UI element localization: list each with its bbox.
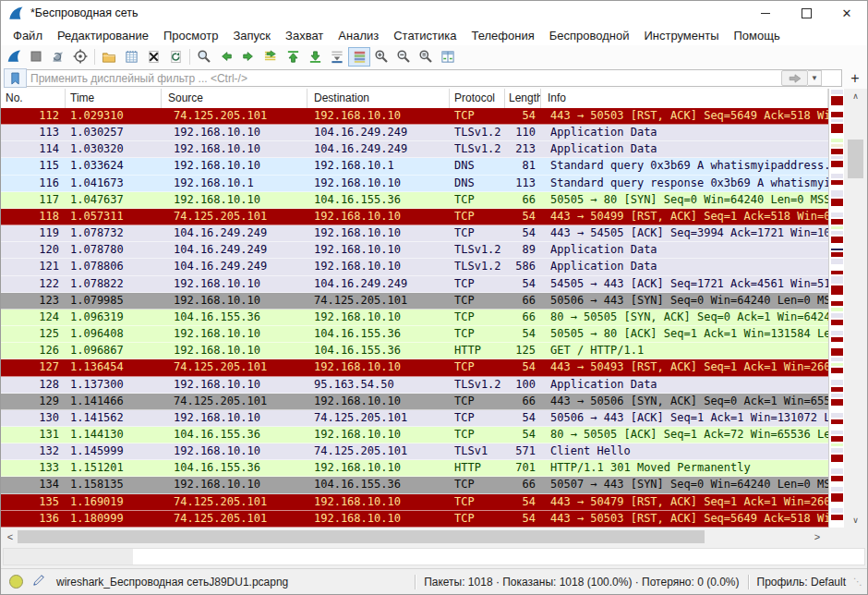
menu-item-7[interactable]: Телефония	[464, 27, 541, 44]
zoom-out-icon[interactable]	[392, 47, 415, 67]
reload-file-icon[interactable]	[164, 47, 187, 67]
auto-scroll-icon[interactable]	[326, 47, 348, 67]
display-filter-input[interactable]	[27, 69, 842, 87]
packet-row[interactable]: 1221.078822192.168.10.10104.16.249.249TC…	[1, 276, 828, 293]
packet-row[interactable]: 1351.16901974.125.205.101192.168.10.10TC…	[1, 494, 828, 511]
menu-item-4[interactable]: Захват	[278, 27, 331, 44]
save-file-icon[interactable]	[120, 47, 142, 67]
find-packet-icon[interactable]	[193, 47, 215, 67]
packet-row[interactable]: 1301.141562192.168.10.1074.125.205.101TC…	[1, 410, 828, 427]
packet-row[interactable]: 1361.18099974.125.205.101192.168.10.10TC…	[1, 511, 828, 528]
packet-row[interactable]: 1321.145999192.168.10.1074.125.205.101TL…	[1, 443, 828, 460]
packet-row[interactable]: 1341.158135192.168.10.10104.16.155.36TCP…	[1, 477, 828, 493]
apply-filter-icon[interactable]	[781, 70, 808, 86]
packet-dst: 192.168.10.10	[307, 494, 450, 510]
minimize-button[interactable]	[745, 1, 786, 25]
menu-item-1[interactable]: Редактирование	[50, 27, 156, 44]
add-filter-button[interactable]: +	[846, 69, 864, 87]
zoom-in-icon[interactable]	[370, 47, 392, 67]
menu-item-2[interactable]: Просмотр	[156, 27, 225, 44]
column-header-time[interactable]: Time	[66, 89, 162, 108]
menu-item-0[interactable]: Файл	[6, 27, 50, 44]
packet-row[interactable]: 1251.096408192.168.10.10104.16.155.36TCP…	[1, 326, 828, 343]
capture-comment-icon[interactable]	[32, 574, 45, 589]
filter-dropdown-caret-icon[interactable]: ▼	[808, 70, 822, 86]
menu-item-6[interactable]: Статистика	[386, 27, 464, 44]
close-button[interactable]: ✕	[826, 1, 867, 25]
menu-item-3[interactable]: Запуск	[225, 27, 278, 44]
close-file-icon[interactable]	[142, 47, 164, 67]
packet-dst: 95.163.54.50	[307, 377, 450, 393]
packet-src: 74.125.205.101	[162, 511, 307, 527]
packet-row[interactable]: 1121.02931074.125.205.101192.168.10.10TC…	[1, 108, 828, 125]
go-last-icon[interactable]	[304, 47, 326, 67]
packet-row[interactable]: 1171.047637192.168.10.10104.16.155.36TCP…	[1, 192, 828, 209]
restart-capture-icon[interactable]	[47, 47, 69, 67]
title-bar: *Беспроводная сеть ✕	[1, 1, 867, 25]
packet-row[interactable]: 1191.078732104.16.249.249192.168.10.10TC…	[1, 225, 828, 242]
packet-no: 119	[1, 225, 66, 241]
go-to-packet-icon[interactable]	[259, 47, 282, 67]
packet-len: 54	[505, 511, 541, 527]
column-header-len[interactable]: Length	[505, 89, 541, 108]
packet-row[interactable]: 1271.13645474.125.205.101192.168.10.10TC…	[1, 359, 828, 376]
column-header-info[interactable]: Info	[541, 89, 828, 108]
stop-capture-icon[interactable]	[25, 47, 47, 67]
packet-row[interactable]: 1241.096319104.16.155.36192.168.10.10TCP…	[1, 310, 828, 326]
start-capture-icon[interactable]	[3, 47, 25, 67]
packet-dst: 192.168.10.10	[307, 209, 450, 225]
go-first-icon[interactable]	[282, 47, 304, 67]
horizontal-scrollbar-thumb[interactable]	[18, 530, 705, 543]
packet-no: 112	[1, 108, 66, 124]
packet-row[interactable]: 1211.078806104.16.249.249192.168.10.10TL…	[1, 259, 828, 275]
column-header-src[interactable]: Source	[162, 89, 307, 108]
packet-time: 1.096867	[66, 343, 162, 358]
packet-proto: TLSv1.2	[450, 141, 505, 157]
packet-row[interactable]: 1201.078780104.16.249.249192.168.10.10TL…	[1, 242, 828, 259]
maximize-button[interactable]	[786, 1, 826, 25]
packet-dst: 192.168.10.10	[307, 259, 450, 274]
packet-dst: 74.125.205.101	[307, 410, 450, 426]
column-header-dst[interactable]: Destination	[307, 89, 450, 108]
resize-grip[interactable]: ⋱	[853, 577, 862, 587]
vertical-scrollbar-thumb[interactable]	[848, 140, 863, 178]
go-forward-icon[interactable]	[237, 47, 259, 67]
packet-row[interactable]: 1291.14146674.125.205.101192.168.10.10TC…	[1, 394, 828, 410]
packet-src: 192.168.10.10	[162, 125, 307, 140]
packet-minimap[interactable]	[828, 89, 844, 528]
resize-columns-icon[interactable]	[437, 47, 459, 67]
packet-row[interactable]: 1331.151201104.16.155.36192.168.10.10HTT…	[1, 460, 828, 477]
profile-label[interactable]: Профиль: Default	[757, 576, 847, 589]
horizontal-scrollbar[interactable]: < >	[1, 528, 867, 546]
open-file-icon[interactable]	[98, 47, 120, 67]
menu-item-8[interactable]: Беспроводной	[542, 27, 637, 44]
packet-row[interactable]: 1151.033624192.168.10.10192.168.10.1DNS8…	[1, 158, 828, 175]
packet-row[interactable]: 1181.05731174.125.205.101192.168.10.10TC…	[1, 209, 828, 225]
toolbar-separator	[94, 49, 95, 65]
menu-item-10[interactable]: Помощь	[727, 27, 788, 44]
capture-options-icon[interactable]	[69, 47, 91, 67]
column-header-no[interactable]: No.	[1, 89, 66, 108]
menu-item-9[interactable]: Инструменты	[636, 27, 726, 44]
colorize-packets-icon[interactable]	[348, 47, 370, 67]
packet-row[interactable]: 1161.041673192.168.10.1192.168.10.10DNS1…	[1, 176, 828, 192]
packet-row[interactable]: 1141.030320192.168.10.10104.16.249.249TL…	[1, 141, 828, 158]
vertical-scrollbar[interactable]: ∧ ∨	[844, 89, 867, 528]
expert-info-icon[interactable]	[9, 575, 23, 589]
go-back-icon[interactable]	[215, 47, 237, 67]
capture-filename[interactable]: wireshark_Беспроводная сетьJ89DU1.pcapng	[56, 576, 288, 589]
menu-item-5[interactable]: Анализ	[331, 27, 386, 44]
scroll-down-icon[interactable]: ∨	[844, 513, 867, 528]
zoom-normal-icon[interactable]	[415, 47, 437, 67]
scroll-right-icon[interactable]: >	[810, 528, 825, 546]
column-header-proto[interactable]: Protocol	[450, 89, 505, 108]
filter-bookmark-icon[interactable]	[4, 68, 27, 88]
scroll-left-icon[interactable]: <	[3, 528, 18, 546]
packet-row[interactable]: 1281.137300192.168.10.1095.163.54.50TLSv…	[1, 377, 828, 394]
packet-row[interactable]: 1261.096867192.168.10.10104.16.155.36HTT…	[1, 343, 828, 359]
packet-time: 1.078822	[66, 276, 162, 292]
scroll-up-icon[interactable]: ∧	[844, 89, 867, 103]
packet-row[interactable]: 1131.030257192.168.10.10104.16.249.249TL…	[1, 125, 828, 141]
packet-row[interactable]: 1231.079985192.168.10.1074.125.205.101TC…	[1, 293, 828, 310]
packet-row[interactable]: 1311.144130104.16.155.36192.168.10.10TCP…	[1, 427, 828, 443]
